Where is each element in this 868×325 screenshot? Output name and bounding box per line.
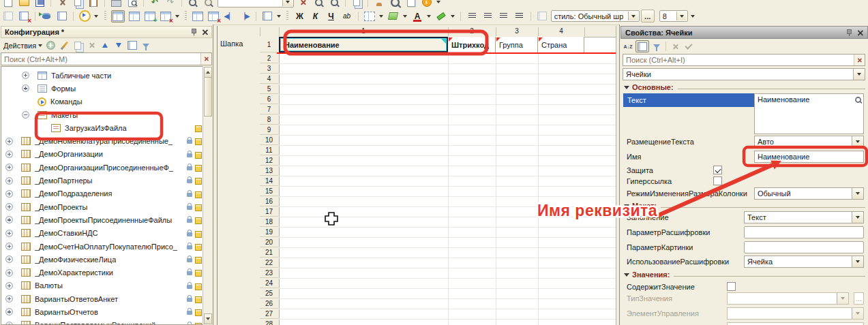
search-next-icon[interactable] <box>203 0 215 7</box>
collapse-icon[interactable] <box>624 273 629 277</box>
row-header[interactable]: 3 <box>260 63 278 74</box>
row-header[interactable]: 18 <box>260 217 278 227</box>
run-options-icon[interactable] <box>94 15 98 18</box>
section-header-layout[interactable]: Макет: <box>624 201 865 211</box>
row-header[interactable]: 26 <box>260 298 278 309</box>
row-header[interactable]: 24 <box>260 278 278 288</box>
row-header[interactable]: 16 <box>260 196 278 206</box>
column-header-strip[interactable]: 1 2 3 4 <box>218 26 616 37</box>
detail-parameter-input[interactable] <box>744 226 864 238</box>
row-header[interactable]: 21 <box>260 247 278 258</box>
expand-icon[interactable] <box>22 84 29 92</box>
row-header[interactable]: 25 <box>260 288 278 298</box>
style-combobox[interactable]: стиль: Обычный шр <box>551 10 640 22</box>
column-header[interactable]: 2 <box>448 26 496 37</box>
user-search-icon[interactable] <box>373 0 385 7</box>
scrollbar-thumb[interactable] <box>204 77 212 117</box>
cell-strana[interactable]: Страна <box>538 37 584 52</box>
font-color-options-icon[interactable] <box>427 15 431 18</box>
search-clear-icon[interactable] <box>854 55 865 65</box>
pages-icon[interactable] <box>350 0 363 7</box>
row-header[interactable]: 14 <box>260 176 278 186</box>
tree-item[interactable]: _ДемоОрганизации <box>1 148 211 161</box>
close-icon[interactable] <box>202 29 208 35</box>
move-left-icon[interactable]: ◀▏ <box>223 11 235 22</box>
expand-icon[interactable] <box>5 216 13 223</box>
search-clear-icon[interactable] <box>200 53 211 65</box>
property-label[interactable]: РазмещениеТекста <box>627 136 694 148</box>
fill-color-options-icon[interactable] <box>403 15 407 18</box>
quick-find-combobox[interactable] <box>218 0 294 7</box>
save-icon[interactable] <box>33 0 46 7</box>
row-header[interactable]: 17 <box>260 206 278 217</box>
contains-value-checkbox[interactable] <box>727 282 736 291</box>
info-icon[interactable]: i <box>421 0 433 7</box>
search-input[interactable] <box>623 55 854 65</box>
align-right-icon[interactable] <box>497 11 509 22</box>
pin-icon[interactable] <box>845 29 852 36</box>
tree-item[interactable]: _ДемоПроекты <box>1 200 211 213</box>
text-value-editor[interactable]: Наименование <box>754 93 864 134</box>
section-header-values[interactable]: Значения: <box>624 270 865 279</box>
chevron-down-icon[interactable] <box>38 44 42 47</box>
expand-icon[interactable] <box>5 138 13 145</box>
print-icon[interactable] <box>110 0 123 7</box>
tree-item[interactable]: Валюты <box>1 279 211 292</box>
bold-button[interactable]: Ж <box>293 11 305 22</box>
expand-icon[interactable] <box>5 190 13 198</box>
align-center-icon[interactable] <box>481 11 494 22</box>
expand-icon[interactable] <box>5 243 13 250</box>
column-header[interactable]: 1 <box>279 26 448 37</box>
row-header[interactable]: 13 <box>260 166 278 176</box>
search-icon[interactable] <box>187 0 199 7</box>
sort-az-icon[interactable]: A↓Z <box>622 41 634 52</box>
row-header[interactable]: 10 <box>260 135 278 145</box>
chevron-down-icon[interactable] <box>676 12 687 20</box>
expand-icon[interactable] <box>5 177 13 185</box>
locked-grid-icon[interactable] <box>2 11 14 22</box>
expand-icon[interactable] <box>22 72 29 79</box>
section-column[interactable]: Шапка <box>218 37 260 325</box>
run-icon[interactable] <box>78 11 91 22</box>
property-label[interactable]: СодержитЗначение <box>627 281 695 293</box>
close-icon[interactable] <box>857 29 863 35</box>
tree-scrollbar[interactable] <box>203 66 213 325</box>
edit-pencil-icon[interactable] <box>58 40 70 51</box>
search-input[interactable] <box>1 53 200 65</box>
zoom-out-icon[interactable] <box>328 0 340 7</box>
chevron-down-icon[interactable] <box>852 188 863 199</box>
row-header[interactable]: 28 <box>260 319 278 325</box>
clear-icon[interactable] <box>669 41 681 52</box>
tree-item-forms[interactable]: Формы <box>1 82 211 95</box>
highlight-icon[interactable] <box>435 11 447 22</box>
underline-button[interactable]: Ч <box>325 11 338 22</box>
row-header[interactable]: 20 <box>260 237 278 247</box>
property-label[interactable]: Заполнение <box>627 211 669 223</box>
tree-item[interactable]: ВариантыОтветовАнкет <box>1 292 211 305</box>
tree-item[interactable]: _ДемоСчетНаОплатуПокупателюПрисо_ <box>1 240 211 253</box>
undo-icon[interactable]: ↶ <box>149 0 161 7</box>
delete-icon[interactable] <box>85 40 98 51</box>
section-label[interactable]: Шапка <box>220 40 243 48</box>
collapse-icon[interactable] <box>624 86 629 89</box>
object-selector-combobox[interactable]: Ячейки <box>623 68 865 80</box>
tree-item[interactable]: ВариантыОтчетов <box>1 305 211 318</box>
redo-icon[interactable]: ↷ <box>164 0 177 7</box>
chevron-down-icon[interactable] <box>852 136 863 147</box>
expand-icon[interactable] <box>5 230 13 237</box>
cell-naimenovanie[interactable]: Наименование <box>279 37 448 52</box>
expand-icon[interactable] <box>5 295 13 303</box>
column-resize-mode-combobox[interactable]: Обычный <box>754 187 864 200</box>
property-label[interactable]: ИспользованиеРасшифровки <box>627 256 743 268</box>
cell-names-icon[interactable] <box>261 11 273 22</box>
row-header[interactable]: 27 <box>260 309 278 319</box>
fill-combobox[interactable]: Текст <box>744 211 864 223</box>
row-header[interactable]: 23 <box>260 268 278 278</box>
style-more-button[interactable]: ... <box>641 10 655 22</box>
chevron-down-icon[interactable] <box>852 212 863 223</box>
properties-panel-header[interactable]: Свойства: Ячейки <box>620 26 868 39</box>
name-cell-icon[interactable] <box>192 11 204 22</box>
expand-icon[interactable] <box>5 203 13 211</box>
add-icon[interactable] <box>44 40 57 51</box>
scroll-down-icon[interactable] <box>204 313 212 324</box>
